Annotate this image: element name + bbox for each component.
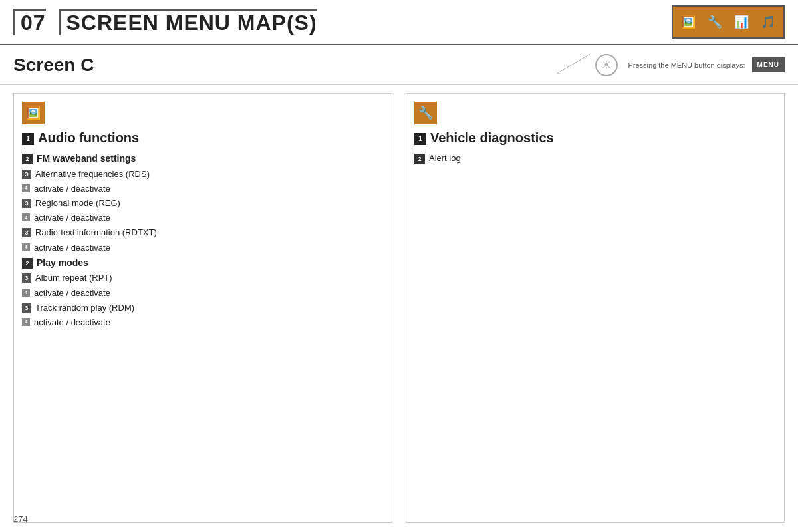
item-regional-mode: Regional mode (REG) (35, 198, 120, 209)
svg-line-0 (557, 54, 590, 74)
item-alt-freq: Alternative frequencies (RDS) (35, 168, 150, 180)
item-activate-4: activate / deactivate (34, 287, 110, 299)
audio-icon: 🖼️ (22, 102, 45, 124)
audio-heading: Audio functions (38, 130, 139, 146)
screen-description-area: ☀ Pressing the MENU button displays: MEN… (557, 54, 785, 76)
list-item: 4 activate / deactivate (22, 242, 384, 254)
level1-badge-audio: 1 (22, 133, 34, 145)
vehicle-menu-items: 2 Alert log (414, 152, 776, 164)
badge-4c: 4 (22, 243, 30, 251)
badge-2b: 2 (22, 258, 33, 269)
list-item: 4 activate / deactivate (22, 183, 384, 195)
chapter-title: 07 SCREEN MENU MAP(S) (13, 9, 324, 35)
badge-3a: 3 (22, 170, 31, 179)
list-item: 4 activate / deactivate (22, 317, 384, 329)
audio-panel-header: 🖼️ 1 Audio functions (22, 102, 384, 146)
item-album-repeat: Album repeat (RPT) (35, 272, 112, 284)
item-alert-log: Alert log (429, 152, 461, 164)
chapter-number: 07 (13, 9, 46, 35)
vehicle-heading: Vehicle diagnostics (430, 130, 554, 146)
item-activate-5: activate / deactivate (34, 317, 110, 329)
item-fm-waveband: FM waveband settings (37, 152, 136, 166)
item-activate-2: activate / deactivate (34, 212, 110, 224)
icon-music: 🎵 (755, 9, 781, 35)
icon-wrench: 🔧 (702, 9, 728, 35)
page-header: 07 SCREEN MENU MAP(S) 🖼️ 🔧 📊 🎵 (0, 0, 798, 45)
screen-title: Screen C (13, 55, 94, 76)
list-item: 2 Alert log (414, 152, 776, 164)
vehicle-diagnostics-panel: 🔧 1 Vehicle diagnostics 2 Alert log (406, 93, 785, 523)
item-track-random: Track random play (RDM) (35, 302, 134, 314)
icon-audio: 🖼️ (676, 9, 701, 35)
badge-v2a: 2 (414, 154, 425, 164)
list-item: 3 Radio-text information (RDTXT) (22, 227, 384, 239)
main-content: 🖼️ 1 Audio functions 2 FM waveband setti… (0, 85, 798, 531)
level1-badge-vehicle: 1 (414, 133, 426, 145)
list-item: 2 FM waveband settings (22, 152, 384, 166)
badge-4a: 4 (22, 184, 30, 192)
list-item: 3 Alternative frequencies (RDS) (22, 168, 384, 180)
item-activate-3: activate / deactivate (34, 242, 110, 254)
list-item: 3 Album repeat (RPT) (22, 272, 384, 284)
item-activate-1: activate / deactivate (34, 183, 110, 195)
badge-3c: 3 (22, 228, 31, 237)
list-item: 3 Regional mode (REG) (22, 198, 384, 209)
menu-description-text: Pressing the MENU button displays: (628, 61, 745, 69)
badge-4d: 4 (22, 289, 30, 297)
list-item: 3 Track random play (RDM) (22, 302, 384, 314)
icon-table: 📊 (729, 9, 754, 35)
badge-4e: 4 (22, 318, 30, 326)
header-icon-bar: 🖼️ 🔧 📊 🎵 (672, 5, 785, 39)
chapter-text: SCREEN MENU MAP(S) (59, 9, 317, 35)
badge-3e: 3 (22, 303, 31, 313)
item-radio-text: Radio-text information (RDTXT) (35, 227, 157, 239)
gear-icon: ☀ (595, 54, 618, 76)
menu-button-display: MENU (752, 57, 785, 72)
badge-3d: 3 (22, 273, 31, 283)
vehicle-panel-header: 🔧 1 Vehicle diagnostics (414, 102, 776, 146)
badge-4b: 4 (22, 213, 30, 221)
audio-functions-panel: 🖼️ 1 Audio functions 2 FM waveband setti… (13, 93, 392, 523)
screen-c-section: Screen C ☀ Pressing the MENU button disp… (0, 45, 798, 85)
audio-menu-items: 2 FM waveband settings 3 Alternative fre… (22, 152, 384, 329)
vehicle-icon: 🔧 (414, 102, 437, 124)
list-item: 4 activate / deactivate (22, 287, 384, 299)
badge-2a: 2 (22, 154, 33, 164)
diagonal-decoration (557, 54, 590, 74)
list-item: 2 Play modes (22, 257, 384, 270)
badge-3b: 3 (22, 199, 31, 208)
page-number: 274 (13, 514, 28, 524)
list-item: 4 activate / deactivate (22, 212, 384, 224)
item-play-modes: Play modes (37, 257, 88, 270)
